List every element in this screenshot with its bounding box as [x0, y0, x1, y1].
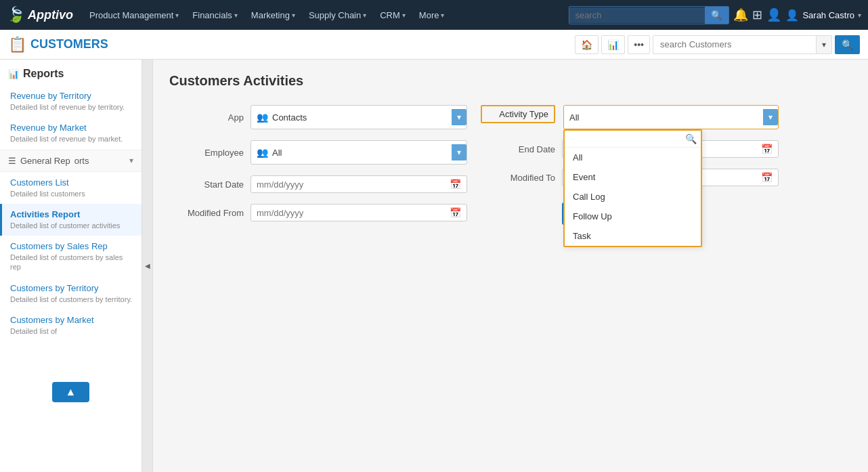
activity-type-dropdown-panel: 🔍 All Event Call Log Follow Up Task [563, 129, 702, 247]
dropdown-option-event[interactable]: Event [565, 167, 701, 187]
customers-title: CUSTOMERS [30, 37, 108, 51]
end-date-label: End Date [481, 144, 555, 154]
home-button[interactable]: 🏠 [575, 35, 599, 54]
dropdown-option-task[interactable]: Task [565, 226, 701, 246]
scroll-to-top-button[interactable]: ▲ [52, 382, 90, 402]
reports-label: Reports [23, 68, 64, 80]
sidebar-item-desc: Detailed list of customer activities [10, 221, 133, 230]
chart-button[interactable]: 📊 [601, 35, 625, 54]
activity-type-select[interactable]: All ▾ [563, 105, 779, 129]
apps-icon[interactable]: ⊞ [752, 7, 762, 22]
user-avatar-icon: 👤 [785, 9, 799, 22]
end-date-calendar-icon[interactable]: 📅 [761, 144, 773, 154]
sidebar-item-title: Customers by Territory [10, 283, 133, 293]
page-title: Customers Activities [169, 73, 852, 89]
modified-from-label: Modified From [169, 208, 244, 218]
nav-financials[interactable]: Financials ▾ [187, 7, 243, 23]
customers-search-container: ▾ [653, 35, 832, 54]
sidebar-item-customers-sales-rep[interactable]: Customers by Sales Rep Detailed list of … [0, 236, 142, 278]
sidebar-item-desc: Detailed list of [10, 326, 133, 336]
modified-from-input-container: 📅 [251, 204, 467, 221]
apptivo-logo[interactable]: 🍃 Apptivo [7, 6, 73, 24]
modified-from-calendar-icon[interactable]: 📅 [450, 207, 461, 218]
sidebar-collapse-handle[interactable]: ◀ [142, 60, 153, 472]
nav-crm[interactable]: CRM ▾ [374, 7, 411, 23]
second-navigation: 📋 CUSTOMERS 🏠 📊 ••• ▾ 🔍 [0, 30, 868, 60]
nav-arrow: ▾ [441, 12, 444, 19]
dropdown-option-follow-up[interactable]: Follow Up [565, 207, 701, 226]
nav-supply-chain[interactable]: Supply Chain ▾ [303, 7, 372, 23]
contacts-icon[interactable]: 👤 [766, 7, 781, 22]
sidebar-item-customers-list[interactable]: Customers List Detailed list customers [0, 172, 142, 204]
modified-to-calendar-icon[interactable]: 📅 [761, 172, 773, 183]
sidebar-item-desc: Detailed list of customers by territory. [10, 295, 133, 304]
sidebar-item-title: Customers by Sales Rep [10, 241, 133, 251]
user-name: Sarah Castro [802, 10, 854, 20]
top-nav-right: 🔍 🔔 ⊞ 👤 👤 Sarah Castro ▾ [569, 6, 861, 24]
employee-select-arrow[interactable]: ▾ [452, 144, 466, 160]
app-label: App [169, 112, 244, 123]
activity-type-dropdown-container: All ▾ 🔍 All Event Call Log [563, 105, 779, 129]
form: App 👥 Contacts ▾ Employee 👥 All ▾ [169, 105, 779, 225]
start-date-input[interactable] [257, 179, 446, 190]
start-date-calendar-icon[interactable]: 📅 [450, 179, 461, 190]
sidebar: 📊 Reports Revenue by Territory Detailed … [0, 60, 142, 472]
dropdown-search-icon: 🔍 [685, 133, 697, 144]
collapse-chevron-icon: ◀ [145, 262, 150, 270]
form-row-app: App 👥 Contacts ▾ [169, 105, 467, 129]
nav-marketing[interactable]: Marketing ▾ [246, 7, 301, 23]
nav-arrow: ▾ [402, 12, 406, 19]
customers-search-input[interactable] [653, 36, 816, 53]
general-reports-label: General Rep [20, 156, 70, 166]
app-select-arrow[interactable]: ▾ [452, 109, 466, 125]
nav-arrow: ▾ [234, 12, 238, 19]
reports-chart-icon: 📊 [8, 69, 19, 79]
general-reports-icon: ☰ [8, 156, 16, 166]
customers-search-button[interactable]: 🔍 [835, 35, 860, 54]
sidebar-item-activities-report[interactable]: Activities Report Detailed list of custo… [0, 204, 142, 236]
sidebar-item-title: Revenue by Territory [10, 91, 133, 101]
reports-header: 📊 Reports [0, 60, 142, 85]
dropdown-option-all[interactable]: All [565, 148, 701, 167]
start-date-input-container: 📅 [251, 175, 467, 193]
customers-header: 📋 CUSTOMERS [8, 36, 569, 53]
dropdown-option-call-log[interactable]: Call Log [565, 187, 701, 207]
sidebar-item-desc: Detailed list of customers by sales rep [10, 253, 133, 272]
user-menu[interactable]: 👤 Sarah Castro ▾ [785, 9, 861, 22]
app-value: Contacts [272, 112, 448, 123]
form-left-column: App 👥 Contacts ▾ Employee 👥 All ▾ [169, 105, 467, 225]
app-select[interactable]: 👥 Contacts ▾ [251, 105, 467, 129]
employee-select[interactable]: 👥 All ▾ [251, 140, 467, 165]
activity-type-search-input[interactable] [569, 134, 682, 144]
user-arrow: ▾ [858, 12, 861, 19]
general-reports-section-left: ☰ General Rep orts [8, 156, 89, 166]
sidebar-item-desc: Detailed list of revenue by territory. [10, 102, 133, 112]
activity-type-arrow[interactable]: ▾ [763, 109, 778, 125]
form-row-employee: Employee 👥 All ▾ [169, 140, 467, 165]
activity-type-label: Activity Type [481, 105, 555, 123]
sidebar-item-revenue-territory[interactable]: Revenue by Territory Detailed list of re… [0, 85, 142, 117]
notifications-icon[interactable]: 🔔 [733, 7, 748, 22]
sidebar-item-customers-territory[interactable]: Customers by Territory Detailed list of … [0, 278, 142, 309]
top-search-input[interactable] [569, 7, 705, 23]
customers-search-dropdown[interactable]: ▾ [816, 36, 831, 53]
employee-value: All [272, 148, 448, 158]
top-search-button[interactable]: 🔍 [705, 7, 729, 24]
leaf-icon: 🍃 [7, 6, 25, 24]
sidebar-item-revenue-market[interactable]: Revenue by Market Detailed list of reven… [0, 117, 142, 149]
nav-arrow: ▾ [363, 12, 366, 19]
nav-product-management[interactable]: Product Management ▾ [84, 7, 184, 23]
customers-module-icon: 📋 [8, 36, 26, 53]
employee-icon: 👥 [257, 147, 268, 158]
nav-more[interactable]: More ▾ [414, 7, 450, 23]
sidebar-item-title: Customers by Market [10, 315, 133, 325]
sidebar-item-customers-market[interactable]: Customers by Market Detailed list of [0, 309, 142, 341]
activity-type-value: All [569, 112, 763, 123]
modified-from-input[interactable] [257, 208, 446, 218]
sidebar-item-desc: Detailed list of revenue by market. [10, 134, 133, 144]
general-reports-section[interactable]: ☰ General Rep orts ▾ [0, 150, 142, 172]
top-search-container: 🔍 [569, 6, 729, 24]
more-options-button[interactable]: ••• [628, 35, 650, 54]
form-row-start-date: Start Date 📅 [169, 175, 467, 193]
form-right-column: Activity Type All ▾ 🔍 All [481, 105, 779, 225]
